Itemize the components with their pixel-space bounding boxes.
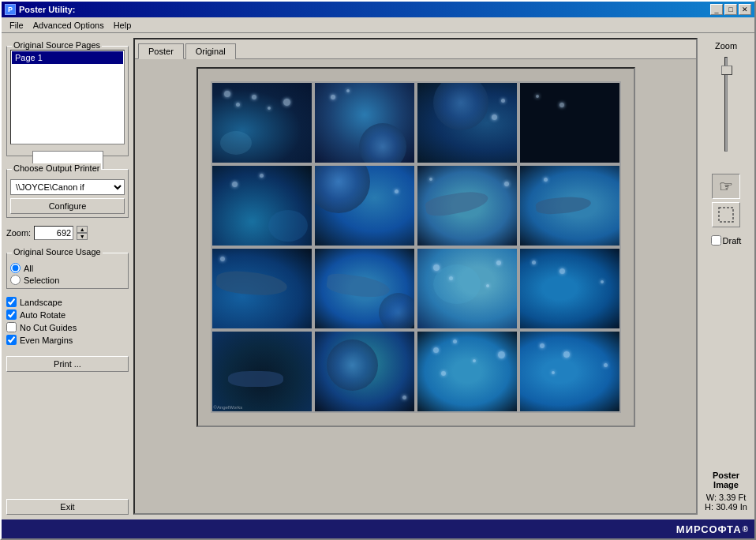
checkbox-auto-rotate-label: Auto Rotate	[20, 310, 65, 320]
source-usage-group: Original Source Usage All Selection	[6, 253, 129, 289]
radio-selection-label: Selection	[24, 276, 59, 285]
exit-button[interactable]: Exit	[6, 499, 129, 515]
main-window: P Poster Utility: _ □ ✕ File Advanced Op…	[0, 0, 756, 540]
maximize-button[interactable]: □	[724, 4, 737, 15]
right-panel: Zoom ☞ Draft Poster Image	[702, 38, 750, 515]
checkbox-section: Landscape Auto Rotate No Cut Guides Even…	[6, 297, 129, 345]
radio-selection[interactable]: Selection	[10, 275, 125, 285]
draft-label: Draft	[723, 236, 742, 246]
title-bar-text: P Poster Utility:	[5, 4, 76, 15]
poster-cell-10	[313, 247, 416, 330]
poster-cell-5	[211, 164, 313, 247]
draft-row: Draft	[711, 235, 742, 246]
bottom-bar: МИРСОФТА ®	[2, 519, 754, 538]
print-button[interactable]: Print ...	[6, 356, 129, 372]
menu-advanced-options[interactable]: Advanced Options	[28, 19, 109, 32]
poster-height: H: 30.49 In	[702, 502, 750, 512]
hand-tool-button[interactable]: ☞	[712, 174, 740, 199]
poster-cell-15	[416, 330, 518, 413]
zoom-slider-thumb[interactable]	[721, 66, 732, 75]
title-bar: P Poster Utility: _ □ ✕	[2, 2, 754, 17]
poster-cell-11	[416, 247, 518, 330]
minimize-button[interactable]: _	[710, 4, 723, 15]
selection-icon	[717, 206, 735, 223]
svg-rect-0	[719, 208, 733, 222]
poster-cell-6	[313, 164, 416, 247]
watermark-text: ©AngelWorks	[214, 405, 243, 410]
watermark-brand: МИРСОФТА	[676, 523, 742, 535]
checkbox-even-margins[interactable]: Even Margins	[6, 335, 129, 345]
poster-info-title: Poster Image	[702, 471, 750, 489]
close-button[interactable]: ✕	[739, 4, 751, 15]
zoom-input[interactable]	[34, 226, 73, 240]
window-controls: _ □ ✕	[710, 4, 751, 15]
action-buttons: Print ...	[6, 356, 129, 372]
poster-cell-7	[416, 164, 518, 247]
center-panel: Poster Original	[133, 38, 698, 515]
right-zoom-label: Zoom	[715, 41, 737, 51]
poster-cell-13: ©AngelWorks	[211, 330, 313, 413]
checkbox-landscape[interactable]: Landscape	[6, 297, 129, 307]
checkbox-landscape-label: Landscape	[20, 298, 62, 307]
menu-bar: File Advanced Options Help	[2, 17, 754, 33]
exit-btn-wrap: Exit	[6, 494, 129, 515]
draft-checkbox[interactable]	[711, 235, 721, 246]
tab-original[interactable]: Original	[185, 43, 236, 59]
source-pages-group: Original Source Pages Page 1	[6, 46, 129, 156]
hand-icon: ☞	[719, 177, 733, 196]
zoom-label: Zoom:	[6, 228, 31, 238]
source-pages-list[interactable]: Page 1	[10, 50, 125, 144]
poster-cell-2	[313, 81, 416, 164]
watermark-circle: ®	[743, 525, 748, 534]
checkbox-no-cut-guides[interactable]: No Cut Guides	[6, 322, 129, 332]
source-page-item[interactable]: Page 1	[12, 51, 123, 64]
poster-cell-9	[211, 247, 313, 330]
poster-cell-4	[518, 81, 621, 164]
poster-cell-8	[518, 164, 621, 247]
output-printer-label: Choose Output Printer	[12, 163, 101, 173]
tabs: Poster Original	[135, 39, 696, 59]
app-icon: P	[5, 4, 16, 15]
radio-all-label: All	[24, 264, 33, 273]
checkbox-auto-rotate[interactable]: Auto Rotate	[6, 309, 129, 320]
menu-file[interactable]: File	[5, 19, 28, 32]
zoom-section: Zoom: ▲ ▼	[6, 226, 129, 240]
poster-cell-12	[518, 247, 621, 330]
zoom-slider-track[interactable]	[724, 57, 728, 152]
poster-area[interactable]: ©AngelWorks	[135, 59, 696, 513]
source-pages-label: Original Source Pages	[12, 40, 102, 50]
main-content: Original Source Pages Page 1 Choose Outp…	[2, 33, 754, 519]
output-printer-group: Choose Output Printer \\JOYCE\Canon if C…	[6, 169, 129, 218]
left-panel: Original Source Pages Page 1 Choose Outp…	[6, 38, 129, 515]
poster-cell-16	[518, 330, 621, 413]
tab-poster[interactable]: Poster	[138, 43, 184, 59]
radio-all[interactable]: All	[10, 263, 125, 273]
configure-button[interactable]: Configure	[10, 198, 125, 214]
poster-cell-1	[211, 81, 313, 164]
checkbox-no-cut-guides-label: No Cut Guides	[20, 323, 77, 332]
poster-info: Poster Image W: 3.39 Ft H: 30.49 In	[702, 455, 750, 512]
zoom-spinner: ▲ ▼	[77, 226, 88, 240]
printer-select[interactable]: \\JOYCE\Canon if	[10, 179, 125, 195]
poster-grid-container: ©AngelWorks	[196, 67, 635, 427]
poster-width: W: 3.39 Ft	[702, 493, 750, 502]
source-usage-label: Original Source Usage	[12, 247, 103, 257]
menu-help[interactable]: Help	[109, 19, 137, 32]
checkbox-even-margins-label: Even Margins	[20, 336, 73, 345]
poster-grid: ©AngelWorks	[211, 81, 621, 413]
poster-cell-14	[313, 330, 416, 413]
zoom-up-button[interactable]: ▲	[77, 226, 88, 233]
window-title: Poster Utility:	[19, 5, 76, 14]
zoom-down-button[interactable]: ▼	[77, 233, 88, 240]
poster-cell-3	[416, 81, 518, 164]
selection-tool-button[interactable]	[712, 202, 740, 227]
